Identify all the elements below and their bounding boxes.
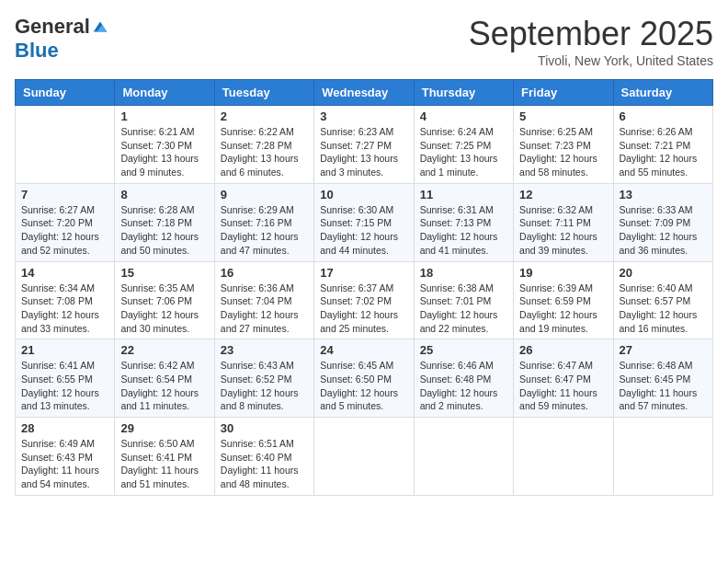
day-number: 11 bbox=[420, 188, 507, 201]
day-number: 27 bbox=[620, 343, 707, 357]
calendar-cell: 27Sunrise: 6:48 AMSunset: 6:45 PMDayligh… bbox=[613, 339, 712, 418]
day-detail: Sunrise: 6:46 AMSunset: 6:48 PMDaylight:… bbox=[420, 359, 507, 413]
day-number: 30 bbox=[221, 421, 308, 435]
calendar-cell: 19Sunrise: 6:39 AMSunset: 6:59 PMDayligh… bbox=[514, 261, 613, 339]
day-number: 14 bbox=[21, 266, 108, 280]
day-detail: Sunrise: 6:41 AMSunset: 6:55 PMDaylight:… bbox=[21, 359, 108, 413]
calendar-cell: 29Sunrise: 6:50 AMSunset: 6:41 PMDayligh… bbox=[115, 418, 214, 496]
calendar-cell: 12Sunrise: 6:32 AMSunset: 7:11 PMDayligh… bbox=[514, 183, 613, 261]
calendar-cell: 24Sunrise: 6:45 AMSunset: 6:50 PMDayligh… bbox=[314, 339, 414, 418]
calendar-cell: 21Sunrise: 6:41 AMSunset: 6:55 PMDayligh… bbox=[16, 339, 115, 418]
day-detail: Sunrise: 6:43 AMSunset: 6:52 PMDaylight:… bbox=[221, 359, 308, 413]
day-number: 23 bbox=[221, 343, 308, 357]
day-detail: Sunrise: 6:32 AMSunset: 7:11 PMDaylight:… bbox=[519, 203, 607, 258]
day-detail: Sunrise: 6:47 AMSunset: 6:47 PMDaylight:… bbox=[519, 359, 607, 413]
logo-blue-text: Blue bbox=[15, 39, 59, 63]
day-detail: Sunrise: 6:30 AMSunset: 7:15 PMDaylight:… bbox=[320, 203, 407, 258]
calendar-cell: 9Sunrise: 6:29 AMSunset: 7:16 PMDaylight… bbox=[214, 183, 313, 261]
day-number: 29 bbox=[120, 421, 208, 435]
day-number: 21 bbox=[21, 343, 108, 357]
day-number: 13 bbox=[620, 188, 707, 201]
day-detail: Sunrise: 6:39 AMSunset: 6:59 PMDaylight:… bbox=[519, 282, 607, 336]
day-number: 8 bbox=[120, 188, 208, 201]
logo-general-text: General bbox=[15, 15, 90, 39]
calendar-cell: 15Sunrise: 6:35 AMSunset: 7:06 PMDayligh… bbox=[115, 261, 214, 339]
location-text: Tivoli, New York, United States bbox=[469, 53, 713, 68]
day-number: 17 bbox=[320, 266, 407, 280]
calendar-cell: 5Sunrise: 6:25 AMSunset: 7:23 PMDaylight… bbox=[514, 106, 613, 184]
day-number: 2 bbox=[221, 109, 308, 123]
calendar-week-row: 7Sunrise: 6:27 AMSunset: 7:20 PMDaylight… bbox=[16, 183, 713, 261]
day-number: 15 bbox=[120, 266, 208, 280]
day-detail: Sunrise: 6:28 AMSunset: 7:18 PMDaylight:… bbox=[120, 203, 208, 258]
calendar-cell bbox=[613, 418, 712, 496]
day-number: 5 bbox=[519, 109, 607, 123]
calendar-cell: 20Sunrise: 6:40 AMSunset: 6:57 PMDayligh… bbox=[613, 261, 712, 339]
day-detail: Sunrise: 6:23 AMSunset: 7:27 PMDaylight:… bbox=[320, 125, 407, 179]
day-number: 3 bbox=[320, 109, 407, 123]
calendar-table: SundayMondayTuesdayWednesdayThursdayFrid… bbox=[15, 79, 713, 496]
title-section: September 2025 Tivoli, New York, United … bbox=[469, 15, 713, 68]
calendar-cell: 6Sunrise: 6:26 AMSunset: 7:21 PMDaylight… bbox=[613, 106, 712, 184]
calendar-cell: 10Sunrise: 6:30 AMSunset: 7:15 PMDayligh… bbox=[314, 183, 414, 261]
day-number: 9 bbox=[221, 188, 308, 201]
weekday-header-friday: Friday bbox=[514, 80, 613, 106]
day-detail: Sunrise: 6:50 AMSunset: 6:41 PMDaylight:… bbox=[120, 437, 208, 491]
day-number: 4 bbox=[420, 109, 507, 123]
calendar-cell: 8Sunrise: 6:28 AMSunset: 7:18 PMDaylight… bbox=[115, 183, 214, 261]
calendar-cell: 25Sunrise: 6:46 AMSunset: 6:48 PMDayligh… bbox=[414, 339, 513, 418]
calendar-cell: 1Sunrise: 6:21 AMSunset: 7:30 PMDaylight… bbox=[115, 106, 214, 184]
day-detail: Sunrise: 6:42 AMSunset: 6:54 PMDaylight:… bbox=[120, 359, 208, 413]
weekday-header-wednesday: Wednesday bbox=[314, 80, 414, 106]
day-number: 10 bbox=[320, 188, 407, 201]
weekday-header-saturday: Saturday bbox=[613, 80, 712, 106]
calendar-cell: 18Sunrise: 6:38 AMSunset: 7:01 PMDayligh… bbox=[414, 261, 513, 339]
day-detail: Sunrise: 6:36 AMSunset: 7:04 PMDaylight:… bbox=[221, 282, 308, 336]
page-header: General Blue September 2025 Tivoli, New … bbox=[15, 15, 713, 68]
calendar-week-row: 21Sunrise: 6:41 AMSunset: 6:55 PMDayligh… bbox=[16, 339, 713, 418]
calendar-header-row: SundayMondayTuesdayWednesdayThursdayFrid… bbox=[16, 80, 713, 106]
day-number: 18 bbox=[420, 266, 507, 280]
day-detail: Sunrise: 6:31 AMSunset: 7:13 PMDaylight:… bbox=[420, 203, 507, 258]
day-number: 19 bbox=[519, 266, 607, 280]
month-title: September 2025 bbox=[469, 15, 713, 53]
calendar-cell: 30Sunrise: 6:51 AMSunset: 6:40 PMDayligh… bbox=[214, 418, 313, 496]
calendar-cell: 14Sunrise: 6:34 AMSunset: 7:08 PMDayligh… bbox=[16, 261, 115, 339]
calendar-cell: 22Sunrise: 6:42 AMSunset: 6:54 PMDayligh… bbox=[115, 339, 214, 418]
day-detail: Sunrise: 6:33 AMSunset: 7:09 PMDaylight:… bbox=[620, 203, 707, 258]
calendar-cell: 7Sunrise: 6:27 AMSunset: 7:20 PMDaylight… bbox=[16, 183, 115, 261]
calendar-cell: 2Sunrise: 6:22 AMSunset: 7:28 PMDaylight… bbox=[214, 106, 313, 184]
day-number: 7 bbox=[21, 188, 108, 201]
calendar-week-row: 1Sunrise: 6:21 AMSunset: 7:30 PMDaylight… bbox=[16, 106, 713, 184]
day-detail: Sunrise: 6:21 AMSunset: 7:30 PMDaylight:… bbox=[120, 125, 208, 179]
day-detail: Sunrise: 6:37 AMSunset: 7:02 PMDaylight:… bbox=[320, 282, 407, 336]
calendar-cell: 23Sunrise: 6:43 AMSunset: 6:52 PMDayligh… bbox=[214, 339, 313, 418]
day-number: 1 bbox=[120, 109, 208, 123]
calendar-cell bbox=[314, 418, 414, 496]
calendar-cell bbox=[16, 106, 115, 184]
calendar-cell: 11Sunrise: 6:31 AMSunset: 7:13 PMDayligh… bbox=[414, 183, 513, 261]
calendar-cell: 13Sunrise: 6:33 AMSunset: 7:09 PMDayligh… bbox=[613, 183, 712, 261]
calendar-cell: 17Sunrise: 6:37 AMSunset: 7:02 PMDayligh… bbox=[314, 261, 414, 339]
calendar-cell bbox=[414, 418, 513, 496]
calendar-week-row: 28Sunrise: 6:49 AMSunset: 6:43 PMDayligh… bbox=[16, 418, 713, 496]
day-number: 24 bbox=[320, 343, 407, 357]
day-number: 20 bbox=[620, 266, 707, 280]
day-number: 28 bbox=[21, 421, 108, 435]
day-number: 22 bbox=[120, 343, 208, 357]
day-number: 6 bbox=[620, 109, 707, 123]
day-detail: Sunrise: 6:22 AMSunset: 7:28 PMDaylight:… bbox=[221, 125, 308, 179]
day-detail: Sunrise: 6:40 AMSunset: 6:57 PMDaylight:… bbox=[620, 282, 707, 336]
day-detail: Sunrise: 6:27 AMSunset: 7:20 PMDaylight:… bbox=[21, 203, 108, 258]
calendar-cell bbox=[514, 418, 613, 496]
day-detail: Sunrise: 6:25 AMSunset: 7:23 PMDaylight:… bbox=[519, 125, 607, 179]
day-number: 26 bbox=[519, 343, 607, 357]
day-number: 25 bbox=[420, 343, 507, 357]
calendar-cell: 28Sunrise: 6:49 AMSunset: 6:43 PMDayligh… bbox=[16, 418, 115, 496]
day-detail: Sunrise: 6:24 AMSunset: 7:25 PMDaylight:… bbox=[420, 125, 507, 179]
day-detail: Sunrise: 6:51 AMSunset: 6:40 PMDaylight:… bbox=[221, 437, 308, 491]
calendar-cell: 16Sunrise: 6:36 AMSunset: 7:04 PMDayligh… bbox=[214, 261, 313, 339]
weekday-header-sunday: Sunday bbox=[16, 80, 115, 106]
day-detail: Sunrise: 6:26 AMSunset: 7:21 PMDaylight:… bbox=[620, 125, 707, 179]
calendar-cell: 3Sunrise: 6:23 AMSunset: 7:27 PMDaylight… bbox=[314, 106, 414, 184]
